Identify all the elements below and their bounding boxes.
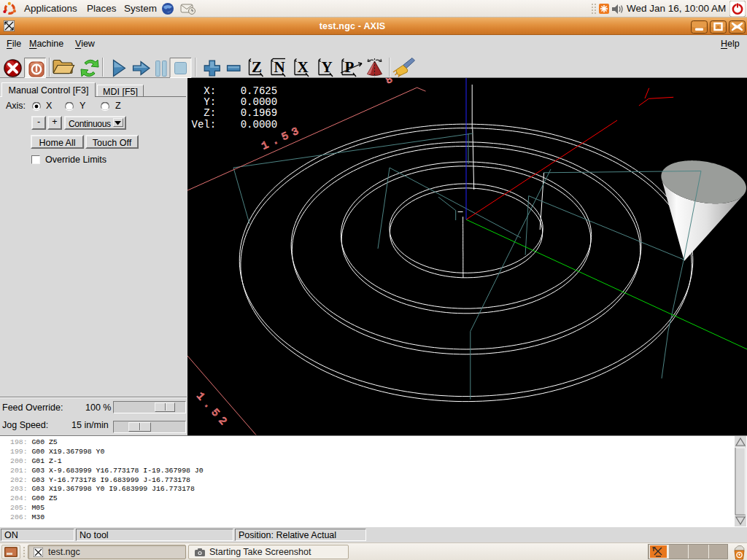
svg-text:8: 8: [384, 78, 398, 87]
svg-text:Z: 0.1969: Z: 0.1969: [192, 107, 278, 119]
svg-text:Z: Z: [252, 58, 262, 76]
svg-text:Y: Y: [322, 58, 333, 76]
svg-text:Y: 0.0000: Y: 0.0000: [192, 96, 278, 108]
svg-text:X: 0.7625: X: 0.7625: [192, 85, 278, 97]
svg-text:1.52: 1.52: [194, 390, 232, 431]
svg-text:N: N: [274, 58, 285, 76]
svg-text:Vel: 0.0000: Vel: 0.0000: [192, 119, 278, 131]
svg-text:X: X: [298, 58, 309, 76]
